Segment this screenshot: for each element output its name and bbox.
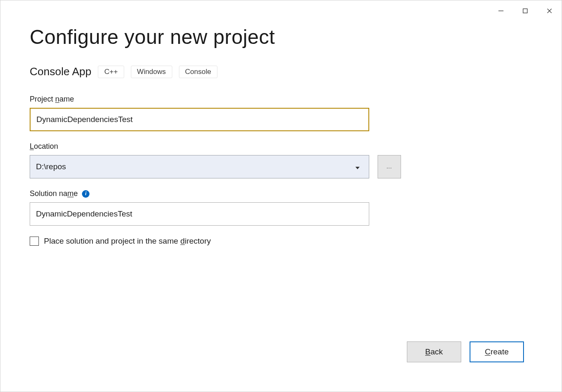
location-value: D:\repos	[36, 162, 66, 171]
ellipsis-icon: ...	[386, 164, 392, 170]
browse-location-button[interactable]: ...	[378, 155, 401, 178]
close-icon	[547, 8, 552, 14]
project-name-input[interactable]	[30, 108, 369, 131]
project-name-label: Project name	[30, 95, 532, 104]
dialog-footer: Back Create	[407, 341, 524, 362]
solution-name-label: Solution name	[30, 189, 78, 198]
info-icon[interactable]: i	[82, 190, 89, 198]
location-combobox[interactable]: D:\repos	[30, 155, 369, 178]
template-name: Console App	[30, 65, 91, 78]
create-button[interactable]: Create	[470, 341, 524, 362]
template-tag: Console	[179, 66, 217, 78]
svg-rect-1	[523, 9, 527, 13]
template-tag: C++	[98, 66, 124, 78]
close-button[interactable]	[537, 5, 562, 17]
window-controls	[489, 0, 562, 17]
page-title: Configure your new project	[30, 25, 532, 48]
project-name-field: Project name	[30, 95, 532, 131]
same-directory-checkbox[interactable]	[30, 237, 39, 246]
solution-name-input[interactable]	[30, 202, 369, 226]
maximize-icon	[522, 8, 528, 14]
same-directory-label: Place solution and project in the same d…	[44, 237, 211, 246]
minimize-icon	[498, 8, 504, 14]
template-tag: Windows	[131, 66, 172, 78]
same-directory-row: Place solution and project in the same d…	[30, 237, 532, 246]
location-label: Location	[30, 142, 532, 151]
chevron-down-icon	[355, 162, 360, 171]
maximize-button[interactable]	[513, 5, 537, 17]
minimize-button[interactable]	[489, 5, 513, 17]
location-field: Location D:\repos ...	[30, 142, 532, 178]
solution-name-field: Solution name i	[30, 189, 532, 226]
template-header: Console App C++ Windows Console	[30, 65, 532, 78]
dialog-content: Configure your new project Console App C…	[30, 25, 532, 350]
dialog-window: Configure your new project Console App C…	[0, 0, 562, 392]
svg-marker-4	[355, 167, 360, 169]
back-button[interactable]: Back	[407, 341, 461, 362]
